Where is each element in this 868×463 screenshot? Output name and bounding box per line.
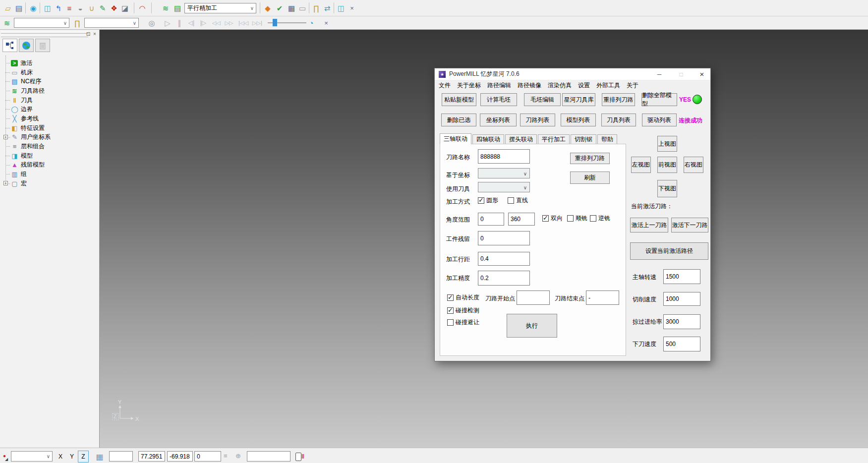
tree-item-patterns[interactable]: ╳参考线 (3, 114, 98, 123)
calculator-icon[interactable]: ▦ (287, 2, 296, 13)
spindle-speed-input[interactable] (663, 269, 700, 284)
tree-item-macros[interactable]: +▢宏 (3, 179, 98, 188)
shaded-view-icon[interactable]: ◉ (28, 2, 38, 13)
menu-external-tools[interactable]: 外部工具 (596, 81, 620, 90)
x-axis-button[interactable]: X (55, 451, 66, 463)
plunge-speed-input[interactable] (663, 337, 700, 351)
cylinders-icon[interactable]: ◫ (336, 2, 346, 13)
paste-model-button[interactable]: 粘贴新模型 (442, 93, 476, 106)
expand-icon[interactable]: + (3, 135, 8, 139)
expand-icon[interactable]: + (3, 181, 8, 185)
resize-grip-icon[interactable]: ◢ (5, 457, 8, 462)
rearrange-toolpath-button-2[interactable]: 重排列刀路 (570, 153, 610, 164)
circular-checkbox[interactable]: 圆形 (478, 196, 498, 205)
tool-library-button[interactable]: 星河刀具库 (562, 93, 595, 106)
block-icon[interactable]: ◫ (43, 2, 53, 13)
fast-forward-icon[interactable]: ▷▷ (223, 17, 235, 28)
speed-slider[interactable] (268, 18, 306, 28)
right-view-button[interactable]: 右视图 (684, 157, 703, 173)
menu-about-coords[interactable]: 关于坐标 (457, 81, 481, 90)
tree-item-boundaries[interactable]: ◯边界 (3, 105, 98, 114)
tolerance-input[interactable] (478, 271, 530, 286)
statusbar-select[interactable] (11, 451, 53, 462)
refresh-button[interactable]: 刷新 (570, 172, 610, 184)
statusbar-field-1[interactable] (109, 451, 133, 462)
left-view-button[interactable]: 左视图 (631, 157, 651, 173)
dialog-title-bar[interactable]: ★ PowerMILL 忆梦星河 7.0.6 (435, 68, 710, 80)
collision-avoid-checkbox[interactable]: 碰撞避让 (447, 318, 479, 327)
ruler-icon[interactable]: ▭ (297, 2, 307, 13)
circular-checkbox-box[interactable] (478, 197, 484, 204)
dialog-close-button[interactable]: × (694, 68, 709, 80)
front-view-button[interactable]: 前视图 (657, 157, 677, 173)
statusbar-field-2[interactable] (247, 451, 290, 462)
speed-clock-icon[interactable]: ◔ (306, 17, 316, 28)
tab-explorer-tree[interactable] (2, 39, 17, 52)
tree-item-models[interactable]: ◨模型 (3, 151, 98, 161)
stock-input[interactable] (478, 231, 530, 245)
go-to-end-icon[interactable]: ▷▷| (251, 17, 264, 28)
go-to-start-icon[interactable]: |◁◁ (237, 17, 250, 28)
tool-icon[interactable]: ∏ (72, 17, 82, 28)
tree-item-tools[interactable]: ‖刀具 (3, 96, 98, 105)
step-back-icon[interactable]: ◁| (186, 17, 196, 28)
auto-length-checkbox[interactable]: 自动长度 (447, 293, 479, 302)
angle-end-input[interactable] (508, 213, 535, 226)
tab-parallel[interactable]: 平行加工 (538, 134, 570, 144)
block-edit-button[interactable]: 毛坯编辑 (524, 93, 561, 106)
tab-cutting-saw[interactable]: 切割锯 (571, 134, 596, 144)
swap-arrows-icon[interactable]: ⇄ (322, 2, 332, 13)
sim-toolbar-close-icon[interactable]: × (321, 17, 331, 28)
based-coord-select[interactable] (478, 168, 530, 178)
toolpath-select[interactable] (14, 18, 69, 28)
cutting-speed-input[interactable] (663, 292, 700, 306)
tab-3axis[interactable]: 三轴联动 (440, 133, 471, 144)
set-active-path-button[interactable]: 设置当前激活路径 (630, 242, 708, 260)
tab-4axis[interactable]: 四轴联动 (472, 134, 504, 144)
delete-all-models-button[interactable]: 删除全部模型 (641, 93, 677, 106)
tab-help[interactable]: 帮助 (597, 134, 617, 144)
open-file-icon[interactable]: ▱ (3, 2, 13, 13)
boundary-icon[interactable]: ∪ (87, 2, 97, 13)
skim-feed-input[interactable] (663, 314, 700, 329)
angle-start-input[interactable] (478, 213, 504, 226)
tree-item-nc-programs[interactable]: ▤NC程序 (3, 77, 98, 86)
climb-checkbox[interactable]: 顺铣 (567, 214, 587, 223)
panel-float-icon[interactable]: ⊡ (85, 31, 91, 37)
panel-grip[interactable] (1, 31, 88, 34)
activate-next-button[interactable]: 激活下一刀路 (671, 218, 708, 232)
points-icon[interactable]: ❖ (109, 2, 119, 13)
menu-settings[interactable]: 设置 (578, 81, 590, 90)
coord-list-button[interactable]: 坐标列表 (480, 114, 517, 126)
collision-check-checkbox[interactable]: 碰撞检测 (447, 306, 479, 315)
line-checkbox[interactable]: 直线 (508, 196, 528, 205)
tab-swivel-head[interactable]: 摆头联动 (505, 134, 537, 144)
step-forward-icon[interactable]: |▷ (198, 17, 208, 28)
strategy-list-icon[interactable]: ▤ (173, 2, 182, 13)
start-point-input[interactable] (517, 290, 550, 305)
tab-explorer-trash[interactable] (35, 39, 50, 52)
tree-item-feature-sets[interactable]: ◧特征设置 (3, 123, 98, 133)
calc-block-button[interactable]: 计算毛坯 (480, 93, 517, 106)
tool-arc-icon[interactable]: ◠ (137, 2, 147, 13)
menu-path-edit[interactable]: 路径编辑 (487, 81, 511, 90)
end-point-input[interactable] (586, 290, 619, 305)
collision-avoid-checkbox-box[interactable] (447, 319, 454, 326)
auto-length-checkbox-box[interactable] (447, 294, 454, 301)
pause-icon[interactable]: ∥ (174, 17, 184, 28)
grid-snap-icon[interactable]: ▦ (93, 451, 106, 462)
rewind-icon[interactable]: ◁◁ (210, 17, 222, 28)
tool-ball-icon[interactable]: ◒ (75, 2, 85, 13)
bidirectional-checkbox[interactable]: 双向 (542, 214, 563, 223)
tool-delete-icon[interactable]: ◪ (120, 2, 130, 13)
menu-file[interactable]: 文件 (439, 81, 451, 90)
delete-selected-button[interactable]: 删除已选 (441, 114, 476, 126)
tree-item-machine[interactable]: ▭机床 (3, 68, 98, 77)
toolbar-close-icon[interactable]: × (347, 2, 357, 13)
tree-item-stock-models[interactable]: ▲残留模型 (3, 161, 98, 170)
use-tool-select[interactable] (478, 182, 530, 192)
menu-about[interactable]: 关于 (627, 81, 638, 90)
tree-item-activate[interactable]: >激活 (3, 58, 98, 68)
tool-fire-icon[interactable]: ◆ (263, 2, 273, 13)
leads-icon[interactable]: ↰ (54, 2, 63, 13)
